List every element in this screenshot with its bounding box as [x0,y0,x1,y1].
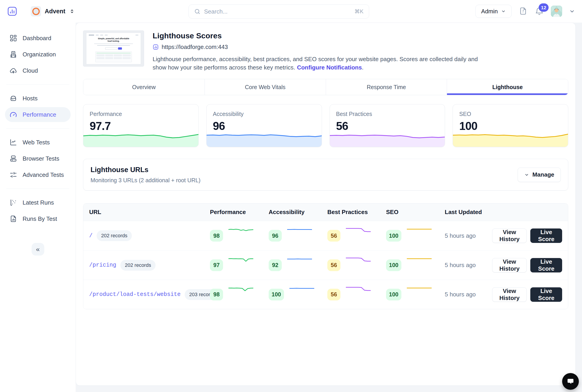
sidebar-item-cloud[interactable]: Cloud [5,63,71,78]
sidebar-item-hosts[interactable]: Hosts [5,91,71,106]
user-avatar[interactable] [551,6,562,17]
chevron-down-icon [524,172,529,177]
thumbnail-dashboard [95,52,132,62]
live-score-button[interactable]: Live Score [530,287,562,302]
cloud-icon [10,67,17,74]
search-input[interactable] [204,8,351,15]
score-badge: 100 [386,289,401,300]
score-badge: 98 [210,230,223,242]
table-row: /product/load-tests/website203 records98… [83,280,568,309]
notifications-button[interactable]: 12 [535,6,544,16]
column-header-performance: Performance [210,209,269,216]
lighthouse-urls-title: Lighthouse URLs [91,166,200,174]
manage-button[interactable]: Manage [518,168,561,182]
score-card-accessibility: Accessibility96 [206,104,322,147]
dashboard-icon [10,34,17,42]
best-practices-cell: 56 [327,230,386,242]
sidebar-item-dashboard[interactable]: Dashboard [5,31,71,46]
sidebar-item-label: Web Tests [23,139,50,146]
chevron-down-icon[interactable] [569,8,575,14]
help-button[interactable]: ? [518,6,528,16]
sidebar-item-web-tests[interactable]: Web Tests [5,135,71,150]
score-badge: 56 [327,260,341,271]
seo-cell: 100 [386,230,445,242]
view-history-button[interactable]: View History [492,258,527,272]
admin-menu-button[interactable]: Admin [475,5,511,18]
chart-mini-icon [153,44,159,50]
sidebar-item-browser-tests[interactable]: Browser Tests [5,151,71,166]
urls-table: URLPerformanceAccessibilityBest Practice… [83,203,568,309]
page-header: Simple, powerful, and affordable load te… [83,30,568,72]
sidebar-item-label: Latest Runs [23,199,54,206]
column-header-url: URL [89,209,210,216]
tab-response-time[interactable]: Response Time [326,79,447,95]
performance-icon [10,111,17,118]
column-header-accessibility: Accessibility [269,209,327,216]
sidebar-item-label: Advanced Tests [23,172,64,178]
best-practices-cell: 56 [327,260,386,271]
score-card-performance: Performance97.7 [83,104,199,147]
url-cell: /pricing202 records [89,260,210,271]
urls-table-body: /202 records9896561005 hours agoView His… [83,221,568,309]
best-practices-sparkline [346,227,371,236]
thumbnail-headline: Simple, powerful, and affordable load te… [96,38,131,42]
performance-sparkline [228,286,253,294]
accessibility-cell: 92 [269,260,327,271]
org-avatar [31,6,41,16]
url-link[interactable]: / [89,232,93,239]
sidebar-item-performance[interactable]: Performance [5,107,71,122]
lighthouse-urls-card: Lighthouse URLs Monitoring 3 URLs (2 add… [83,159,568,190]
view-history-button[interactable]: View History [492,228,527,243]
url-link[interactable]: /pricing [89,262,116,268]
actions-cell: View HistoryLive Score [492,287,562,302]
score-badge: 92 [269,260,282,271]
hosts-icon [10,94,17,102]
url-link[interactable]: /product/load-tests/website [89,291,181,298]
site-thumbnail-page: Simple, powerful, and affordable load te… [87,33,141,64]
sidebar: DashboardOrganizationCloudHostsPerforman… [0,22,76,392]
sidebar-collapse-button[interactable]: « [32,243,44,256]
live-score-button[interactable]: Live Score [530,258,562,272]
sidebar-item-label: Performance [23,111,56,118]
seo-sparkline [407,256,432,265]
score-badge: 100 [386,260,401,271]
seo-cell: 100 [386,260,445,271]
configure-notifications-link[interactable]: Configure Notifications [297,64,362,71]
svg-text:?: ? [522,9,524,14]
score-badge: 98 [210,289,223,300]
description-period: . [362,64,364,71]
sidebar-item-advanced-tests[interactable]: Advanced Tests [5,167,71,182]
lighthouse-urls-heading: Lighthouse URLs Monitoring 3 URLs (2 add… [91,166,200,184]
app-logo[interactable] [7,6,18,17]
tab-core-web-vitals[interactable]: Core Web Vitals [204,79,326,95]
organization-icon [10,50,17,58]
chat-launcher-button[interactable] [562,373,579,390]
site-url-row: https://loadforge.com:443 [153,44,489,50]
user-avatar-image [551,6,562,17]
seo-cell: 100 [386,289,445,300]
sidebar-item-latest-runs[interactable]: Latest Runs [5,195,71,210]
org-name: Advent [45,8,66,15]
topbar-actions: Admin ? 12 [475,5,575,18]
sidebar-nav: DashboardOrganizationCloudHostsPerforman… [5,31,71,226]
score-card-label: Accessibility [213,111,315,117]
live-score-button[interactable]: Live Score [530,228,562,243]
sidebar-item-runs-by-test[interactable]: Runs By Test [5,211,71,226]
view-history-button[interactable]: View History [492,287,527,302]
tab-overview[interactable]: Overview [83,79,204,95]
sidebar-item-label: Cloud [23,67,38,74]
score-card-sparkline [330,130,445,147]
table-row: /202 records9896561005 hours agoView His… [83,221,568,250]
web-tests-icon [10,138,17,146]
column-header-last-updated: Last Updated [445,209,492,216]
records-badge: 202 records [97,230,132,241]
site-thumbnail: Simple, powerful, and affordable load te… [83,30,144,66]
sidebar-item-organization[interactable]: Organization [5,47,71,62]
best-practices-sparkline [346,286,371,294]
accessibility-cell: 96 [269,230,327,242]
tab-lighthouse[interactable]: Lighthouse [447,79,568,95]
org-switcher[interactable]: Advent [31,6,75,16]
performance-sparkline [228,227,253,236]
search-box[interactable]: ⌘K [188,4,369,18]
last-updated-cell: 5 hours ago [445,232,492,239]
